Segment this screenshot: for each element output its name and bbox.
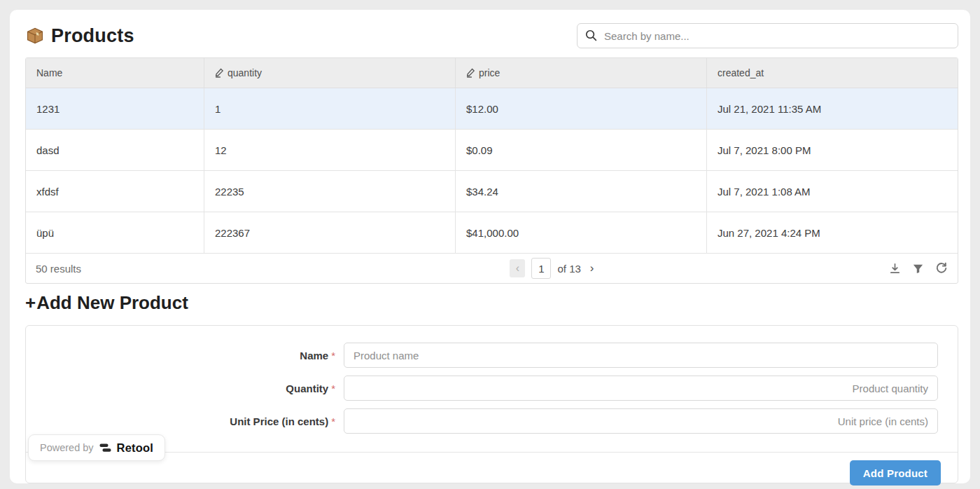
add-product-form: Name* Quantity* Unit Price (in cents)* A… xyxy=(25,325,958,483)
page-title-text: Products xyxy=(51,25,134,47)
pagination: ‹ of 13 › xyxy=(218,258,889,279)
cell-created-at: Jul 21, 2021 11:35 AM xyxy=(707,88,958,129)
column-header-created-at[interactable]: created_at xyxy=(707,58,958,88)
form-row-name: Name* xyxy=(26,343,958,368)
table-footer: 50 results ‹ of 13 › xyxy=(26,254,958,283)
cell-quantity[interactable]: 1 xyxy=(204,88,456,129)
table-row[interactable]: 1231 1 $12.00 Jul 21, 2021 11:35 AM xyxy=(26,88,958,130)
page-number-input[interactable] xyxy=(531,258,551,279)
section-title-text: Add New Product xyxy=(36,292,188,314)
cell-name: 1231 xyxy=(26,88,204,129)
column-header-quantity[interactable]: quantity xyxy=(204,58,456,88)
cell-name: xfdsf xyxy=(26,171,204,212)
next-page-button[interactable]: › xyxy=(587,260,597,277)
cell-quantity[interactable]: 222367 xyxy=(204,212,456,253)
table-row[interactable]: xfdsf 22235 $34.24 Jul 7, 2021 1:08 AM xyxy=(26,171,958,212)
product-quantity-input[interactable] xyxy=(344,376,938,401)
table-actions xyxy=(889,262,948,275)
column-header-name[interactable]: Name xyxy=(26,58,204,88)
table-row[interactable]: dasd 12 $0.09 Jul 7, 2021 8:00 PM xyxy=(26,130,958,171)
cell-created-at: Jul 7, 2021 8:00 PM xyxy=(707,130,958,170)
cell-created-at: Jun 27, 2021 4:24 PM xyxy=(707,212,958,253)
edit-pencil-icon xyxy=(215,68,224,78)
cell-quantity[interactable]: 12 xyxy=(204,130,456,170)
table-row[interactable]: üpü 222367 $41,000.00 Jun 27, 2021 4:24 … xyxy=(26,212,958,254)
form-divider xyxy=(26,452,958,453)
package-icon xyxy=(25,26,45,46)
form-row-quantity: Quantity* xyxy=(26,376,958,401)
cell-created-at: Jul 7, 2021 1:08 AM xyxy=(707,171,958,212)
prev-page-button[interactable]: ‹ xyxy=(510,259,525,277)
form-row-unit-price: Unit Price (in cents)* xyxy=(26,408,958,434)
add-product-section-title: + Add New Product xyxy=(25,292,958,314)
app-panel: Products Name quantity price created_at … xyxy=(10,10,970,483)
search-box xyxy=(577,23,958,48)
required-asterisk: * xyxy=(331,383,335,394)
results-count: 50 results xyxy=(36,263,218,275)
products-table: Name quantity price created_at 1231 1 $1… xyxy=(25,57,958,284)
page-title: Products xyxy=(25,25,134,47)
refresh-icon[interactable] xyxy=(935,262,948,275)
form-footer: Add Product xyxy=(850,460,941,485)
cell-quantity[interactable]: 22235 xyxy=(204,171,456,212)
name-field-label: Name* xyxy=(26,350,340,361)
retool-brand-text: Retool xyxy=(117,441,154,455)
retool-logo-icon xyxy=(99,443,111,453)
cell-price[interactable]: $12.00 xyxy=(456,88,707,129)
page-header: Products xyxy=(25,23,958,48)
quantity-field-label: Quantity* xyxy=(26,383,340,394)
unit-price-field-label: Unit Price (in cents)* xyxy=(26,415,340,427)
powered-by-retool-badge[interactable]: Powered by Retool xyxy=(28,434,165,461)
search-icon xyxy=(584,29,598,45)
cell-name: üpü xyxy=(26,212,204,253)
page-count-label: of 13 xyxy=(557,263,580,275)
required-asterisk: * xyxy=(331,350,335,361)
required-asterisk: * xyxy=(331,415,335,427)
edit-pencil-icon xyxy=(466,68,475,78)
cell-price[interactable]: $41,000.00 xyxy=(456,212,707,253)
table-header-row: Name quantity price created_at xyxy=(26,58,958,88)
chevron-right-icon: › xyxy=(590,261,594,275)
powered-by-label: Powered by xyxy=(40,442,94,453)
cell-price[interactable]: $0.09 xyxy=(456,130,707,170)
chevron-left-icon: ‹ xyxy=(516,262,519,275)
filter-icon[interactable] xyxy=(912,263,924,275)
download-icon[interactable] xyxy=(889,263,901,275)
cell-price[interactable]: $34.24 xyxy=(456,171,707,212)
product-name-input[interactable] xyxy=(344,343,938,368)
search-input[interactable] xyxy=(577,23,958,48)
unit-price-input[interactable] xyxy=(344,408,938,434)
plus-icon: + xyxy=(25,292,36,314)
add-product-button[interactable]: Add Product xyxy=(850,460,941,485)
column-header-price[interactable]: price xyxy=(456,58,707,88)
cell-name: dasd xyxy=(26,130,204,170)
